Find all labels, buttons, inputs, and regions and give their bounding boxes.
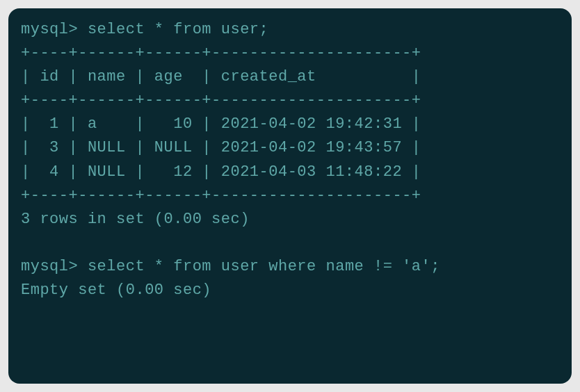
table-border-mid: +----+------+------+--------------------… [21,92,421,109]
table-row: | 4 | NULL | 12 | 2021-04-03 11:48:22 | [21,163,421,181]
prompt: mysql> [21,21,78,38]
query-result-1: 3 rows in set (0.00 sec) [21,211,250,228]
terminal-output: mysql> select * from user; +----+------+… [21,18,559,302]
prompt: mysql> [21,258,78,275]
terminal-window: mysql> select * from user; +----+------+… [8,8,572,384]
sql-query-1: select * from user; [88,21,268,38]
query-result-2: Empty set (0.00 sec) [21,281,211,299]
table-border-top: +----+------+------+--------------------… [21,44,421,62]
sql-query-2: select * from user where name != 'a'; [88,258,440,275]
table-border-bot: +----+------+------+--------------------… [21,187,421,204]
table-header: | id | name | age | created_at | [21,68,421,85]
table-row: | 1 | a | 10 | 2021-04-02 19:42:31 | [21,115,421,133]
table-row: | 3 | NULL | NULL | 2021-04-02 19:43:57 … [21,139,421,156]
